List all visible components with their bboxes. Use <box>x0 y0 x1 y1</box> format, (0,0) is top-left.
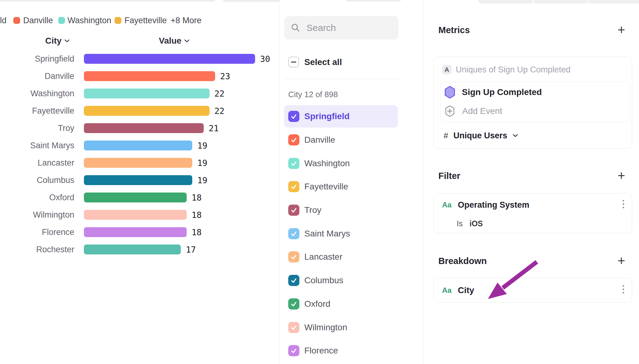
bar-value: 19 <box>197 176 207 185</box>
checkbox-checked[interactable] <box>288 158 299 169</box>
text-type-icon: Aa <box>442 286 452 295</box>
filter-clause-row[interactable]: Is iOS <box>457 219 483 228</box>
top-tab-strip <box>478 0 639 3</box>
bar-row: Saint Marys 19 <box>0 137 207 154</box>
metric-summary-label: Uniques of Sign Up Completed <box>456 65 571 74</box>
list-item-washington[interactable]: Washington <box>284 152 398 175</box>
add-event-hexagon-plus-icon <box>445 105 455 117</box>
indeterminate-minus-icon <box>291 62 296 63</box>
number-icon: # <box>444 131 448 141</box>
legend-swatch[interactable] <box>13 17 20 24</box>
checkbox-checked[interactable] <box>288 322 299 333</box>
list-item-oxford[interactable]: Oxford <box>284 293 398 315</box>
bar-row: Fayetteville 22 <box>0 102 224 119</box>
top-tab-remnant <box>223 0 280 2</box>
bar-value: 19 <box>197 158 207 168</box>
list-item-label: Fayetteville <box>304 182 348 192</box>
bar <box>84 175 192 185</box>
list-item-columbus[interactable]: Columbus <box>284 269 398 292</box>
filter-operator-label: Is <box>457 219 463 228</box>
filter-property-label: Operating System <box>458 200 529 210</box>
select-all-control[interactable]: Select all <box>288 57 342 67</box>
sort-chevron-down-icon <box>64 39 70 42</box>
add-event-button[interactable]: Add Event <box>445 105 502 118</box>
list-item-danville[interactable]: Danville <box>284 129 398 151</box>
check-icon <box>290 207 297 214</box>
legend-item-label[interactable]: Danville <box>23 15 53 26</box>
bar-value: 18 <box>192 210 202 220</box>
column-header-value[interactable]: Value <box>159 35 189 47</box>
list-item-florence[interactable]: Florence <box>284 340 398 362</box>
tab-divider <box>533 0 534 3</box>
checkbox-checked[interactable] <box>288 111 299 122</box>
check-icon <box>290 254 297 260</box>
list-item-label: Saint Marys <box>304 229 350 239</box>
filter-kebab-menu[interactable] <box>622 200 625 208</box>
search-box <box>284 16 398 40</box>
search-input[interactable] <box>306 22 394 33</box>
list-item-saint-marys[interactable]: Saint Marys <box>284 223 398 245</box>
add-metric-button[interactable]: + <box>615 24 628 37</box>
list-item-lancaster[interactable]: Lancaster <box>284 246 398 268</box>
checkbox-checked[interactable] <box>288 275 299 286</box>
result-count-label: City 12 of 898 <box>288 89 338 100</box>
bar <box>84 123 204 133</box>
top-tab-remnant <box>346 0 401 2</box>
check-icon <box>290 230 297 237</box>
search-icon <box>291 23 300 32</box>
legend-swatch[interactable] <box>115 17 121 24</box>
list-item-troy[interactable]: Troy <box>284 199 398 221</box>
checkbox-checked[interactable] <box>288 134 299 145</box>
legend-more-button[interactable]: +8 More <box>171 15 202 26</box>
legend-item-label[interactable]: Washington <box>67 15 111 26</box>
checkbox-checked[interactable] <box>288 181 299 192</box>
bar-row: Florence 18 <box>0 223 202 241</box>
list-item-fayetteville[interactable]: Fayetteville <box>284 176 398 198</box>
bar <box>84 210 187 220</box>
bar <box>84 106 210 116</box>
legend-item-label[interactable]: Fayetteville <box>124 15 167 26</box>
breakdown-property-row[interactable]: Aa City <box>442 284 474 296</box>
column-header-city[interactable]: City <box>45 35 70 47</box>
bar-row: Wilmington 18 <box>0 206 202 223</box>
filter-heading: Filter <box>438 171 460 181</box>
breakdown-card[interactable]: Aa City <box>433 278 632 303</box>
bar-value: 22 <box>215 106 225 116</box>
chart-legend: ld Danville Washington Fayetteville +8 M… <box>0 15 223 26</box>
add-breakdown-button[interactable]: + <box>615 254 628 267</box>
legend-item-clipped[interactable]: ld <box>0 15 7 26</box>
breakdown-kebab-menu[interactable] <box>622 285 625 293</box>
bar-value: 17 <box>186 245 196 254</box>
column-header-city-label: City <box>45 36 62 46</box>
list-item-springfield[interactable]: Springfield <box>284 105 398 128</box>
metric-card[interactable]: A Uniques of Sign Up Completed Sign Up C… <box>433 57 632 149</box>
bar-category-label: Washington <box>0 89 74 98</box>
bar-category-label: Oxford <box>0 193 74 202</box>
add-filter-button[interactable]: + <box>615 169 628 182</box>
list-item-label: Columbus <box>304 275 343 285</box>
checkbox-checked[interactable] <box>288 251 299 262</box>
check-icon <box>290 183 297 190</box>
filter-value-label: iOS <box>469 219 483 228</box>
measure-selector[interactable]: # Unique Users <box>444 129 518 142</box>
list-item-label: Springfield <box>304 111 350 121</box>
bar-row: Danville 23 <box>0 67 230 85</box>
check-icon <box>290 160 297 167</box>
checkbox-checked[interactable] <box>288 228 299 239</box>
filter-property-row[interactable]: Aa Operating System <box>442 199 529 211</box>
event-row[interactable]: Sign Up Completed <box>444 85 542 99</box>
event-hexagon-icon <box>444 86 455 99</box>
checkbox-checked[interactable] <box>288 298 299 310</box>
bar-value: 19 <box>197 141 207 150</box>
list-item-wilmington[interactable]: Wilmington <box>284 316 398 339</box>
bar <box>84 54 255 64</box>
bar-category-label: Rochester <box>0 245 74 254</box>
bar-row: Washington 22 <box>0 85 224 102</box>
filter-card[interactable]: Aa Operating System Is iOS <box>433 193 632 233</box>
legend-swatch[interactable] <box>58 17 65 24</box>
checkbox-checked[interactable] <box>288 205 299 216</box>
checkbox-checked[interactable] <box>288 345 299 356</box>
bar <box>84 71 215 81</box>
metrics-heading: Metrics <box>438 25 470 35</box>
select-all-checkbox[interactable] <box>288 57 299 67</box>
